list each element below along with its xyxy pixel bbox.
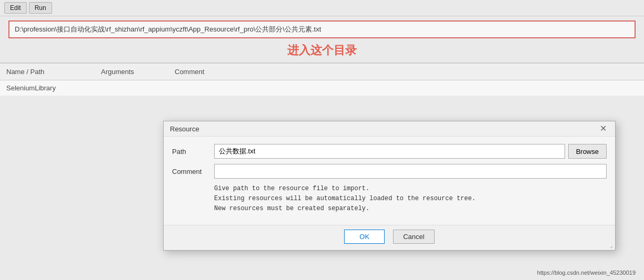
comment-label: Comment [172,168,214,175]
path-input[interactable] [214,144,565,159]
resize-handle: ⌟ [610,242,613,249]
browse-button[interactable]: Browse [568,144,607,159]
dialog-title: Resource [170,125,199,133]
cancel-button[interactable]: Cancel [393,230,434,244]
footer-link: https://blog.csdn.net/weixin_45230019 [537,269,636,276]
hint-line2: Existing resources will be automatically… [214,194,607,204]
dialog-footer: OK Cancel [164,225,615,250]
ok-button[interactable]: OK [344,230,385,244]
dialog-body: Path Browse Comment Give path to the res… [164,137,615,225]
path-row: Path Browse [172,144,607,159]
dialog-close-button[interactable]: ✕ [598,125,609,133]
dialog-hint: Give path to the resource file to import… [214,184,607,214]
hint-line1: Give path to the resource file to import… [214,184,607,194]
hint-line3: New resources must be created separately… [214,204,607,214]
path-label: Path [172,148,214,155]
comment-row: Comment [172,164,607,179]
comment-input[interactable] [214,164,607,179]
dialog-titlebar: Resource ✕ [164,121,615,137]
resource-dialog: Resource ✕ Path Browse Comment Give path… [163,121,616,251]
